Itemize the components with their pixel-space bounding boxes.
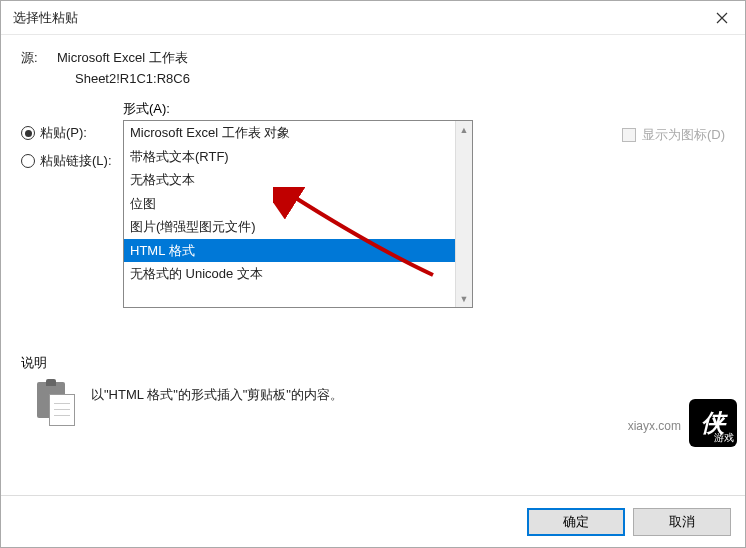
scrollbar[interactable]: ▲ ▼ (455, 121, 472, 307)
show-as-icon-checkbox: 显示为图标(D) (622, 126, 725, 144)
list-item[interactable]: Microsoft Excel 工作表 对象 (124, 121, 455, 145)
format-label: 形式(A): (123, 100, 592, 118)
radio-paste-label: 粘贴(P): (40, 124, 87, 142)
dialog-title: 选择性粘贴 (13, 9, 78, 27)
radio-icon (21, 154, 35, 168)
list-item[interactable]: 带格式文本(RTF) (124, 145, 455, 169)
checkbox-icon (622, 128, 636, 142)
description-label: 说明 (21, 354, 725, 372)
list-item[interactable]: HTML 格式 (124, 239, 455, 263)
list-item[interactable]: 无格式文本 (124, 168, 455, 192)
titlebar: 选择性粘贴 (1, 1, 745, 35)
show-as-icon-label: 显示为图标(D) (642, 126, 725, 144)
format-listbox[interactable]: Microsoft Excel 工作表 对象带格式文本(RTF)无格式文本位图图… (123, 120, 473, 308)
ok-button[interactable]: 确定 (527, 508, 625, 536)
source-label: 源: (21, 49, 57, 67)
close-icon (716, 12, 728, 24)
paste-special-dialog: 选择性粘贴 源: Microsoft Excel 工作表 Sheet2!R1C1… (0, 0, 746, 548)
radio-paste[interactable]: 粘贴(P): (21, 124, 123, 142)
list-item[interactable]: 图片(增强型图元文件) (124, 215, 455, 239)
radio-paste-link[interactable]: 粘贴链接(L): (21, 152, 123, 170)
scroll-down-icon[interactable]: ▼ (456, 290, 472, 307)
scroll-up-icon[interactable]: ▲ (456, 121, 472, 138)
description-text: 以"HTML 格式"的形式插入"剪贴板"的内容。 (91, 382, 343, 404)
clipboard-icon (37, 382, 77, 426)
list-item[interactable]: 位图 (124, 192, 455, 216)
list-item[interactable]: 无格式的 Unicode 文本 (124, 262, 455, 286)
source-app: Microsoft Excel 工作表 (57, 49, 188, 67)
close-button[interactable] (699, 1, 745, 34)
radio-icon (21, 126, 35, 140)
dialog-footer: 确定 取消 (1, 495, 745, 547)
radio-paste-link-label: 粘贴链接(L): (40, 152, 112, 170)
cancel-button[interactable]: 取消 (633, 508, 731, 536)
source-range: Sheet2!R1C1:R8C6 (75, 71, 725, 86)
